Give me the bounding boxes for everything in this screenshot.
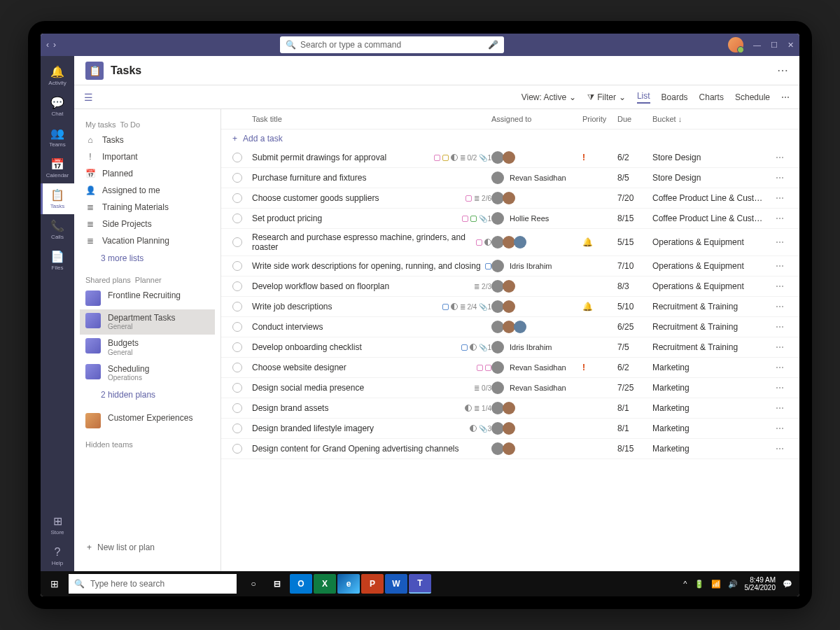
plan-item[interactable]: BudgetsGeneral [80,335,215,360]
complete-checkbox[interactable] [232,214,242,223]
complete-checkbox[interactable] [232,261,242,271]
complete-checkbox[interactable] [232,424,242,433]
sidebar-item[interactable]: ≣Vacation Planning [80,232,215,249]
complete-checkbox[interactable] [232,281,242,291]
row-more-icon[interactable]: ⋯ [771,444,788,454]
customer-experiences[interactable]: Customer Experiences [80,410,215,432]
col-title[interactable]: Task title [249,115,491,123]
row-more-icon[interactable]: ⋯ [771,173,788,183]
mic-icon[interactable]: 🎤 [488,40,498,50]
col-priority[interactable]: Priority [582,115,617,123]
row-more-icon[interactable]: ⋯ [771,153,788,162]
task-row[interactable]: Submit permit drawings for approval≣ 0/2… [221,148,799,168]
plan-item[interactable]: Department TasksGeneral [80,309,215,335]
battery-icon[interactable]: 🔋 [694,580,704,589]
complete-checkbox[interactable] [232,403,242,413]
task-row[interactable]: Research and purchase espresso machine, … [221,229,799,256]
add-task-row[interactable]: + Add a task [221,130,799,148]
more-lists-link[interactable]: 3 more lists [80,249,215,267]
rail-tasks[interactable]: 📋Tasks [41,183,74,214]
start-button[interactable]: ⊞ [41,578,69,589]
new-list-button[interactable]: +New list or plan [80,536,215,559]
toolbar-more-icon[interactable]: ⋯ [781,92,790,102]
row-more-icon[interactable]: ⋯ [771,261,788,271]
row-more-icon[interactable]: ⋯ [771,214,788,223]
hamburger-icon[interactable]: ☰ [84,92,93,103]
row-more-icon[interactable]: ⋯ [771,281,788,291]
task-row[interactable]: Choose customer goods suppliers≣ 2/6 7/2… [221,188,799,209]
rail-store[interactable]: ⊞Store [41,510,74,540]
edge-app[interactable]: e [337,574,360,594]
task-row[interactable]: Design brand assets≣ 1/4 8/1 Marketing ⋯ [221,398,799,419]
teams-app[interactable]: T [409,574,431,594]
tab-schedule[interactable]: Schedule [735,92,770,102]
row-more-icon[interactable]: ⋯ [771,383,788,393]
nav-back-icon[interactable]: ‹ [46,40,49,50]
complete-checkbox[interactable] [232,383,242,393]
col-due[interactable]: Due [617,115,652,123]
row-more-icon[interactable]: ⋯ [771,302,788,312]
user-avatar[interactable] [728,37,743,52]
task-row[interactable]: Write job descriptions≣ 2/4📎1 🔔 5/10 Rec… [221,297,799,317]
rail-help[interactable]: ?Help [41,540,74,571]
tab-list[interactable]: List [637,91,650,104]
maximize-button[interactable]: ☐ [771,41,778,50]
task-row[interactable]: Conduct interviews 6/25 Recruitment & Tr… [221,317,799,337]
wifi-icon[interactable]: 📶 [711,580,721,589]
complete-checkbox[interactable] [232,444,242,454]
hidden-plans-link[interactable]: 2 hidden plans [80,386,215,404]
complete-checkbox[interactable] [232,322,242,332]
task-row[interactable]: Choose website designer Revan Sasidhan !… [221,358,799,378]
complete-checkbox[interactable] [232,302,242,312]
task-row[interactable]: Design social media presence≣ 0/3 Revan … [221,378,799,398]
rail-calls[interactable]: 📞Calls [41,214,74,245]
row-more-icon[interactable]: ⋯ [771,342,788,352]
sidebar-item[interactable]: ⌂Tasks [80,132,215,148]
notifications-icon[interactable]: 💬 [783,580,792,589]
task-row[interactable]: Design branded lifestyle imagery📎3 8/1 M… [221,419,799,439]
tray-chevron-icon[interactable]: ^ [683,580,687,588]
plan-item[interactable]: Frontline Recruiting [80,287,215,309]
row-more-icon[interactable]: ⋯ [771,193,788,203]
task-row[interactable]: Develop onboarding checklist📎1 Idris Ibr… [221,337,799,358]
sidebar-item[interactable]: !Important [80,148,215,165]
col-assigned[interactable]: Assigned to [491,115,582,123]
taskview-icon[interactable]: ⊟ [266,574,288,594]
task-row[interactable]: Design content for Grand Opening adverti… [221,439,799,459]
sidebar-item[interactable]: 📅Planned [80,165,215,182]
complete-checkbox[interactable] [232,193,242,203]
volume-icon[interactable]: 🔊 [728,580,738,589]
rail-files[interactable]: 📄Files [41,245,74,276]
row-more-icon[interactable]: ⋯ [771,322,788,332]
header-more-icon[interactable]: ⋯ [777,64,788,77]
rail-chat[interactable]: 💬Chat [41,91,74,122]
row-more-icon[interactable]: ⋯ [771,403,788,413]
outlook-app[interactable]: O [290,574,312,594]
nav-forward-icon[interactable]: › [53,40,56,50]
row-more-icon[interactable]: ⋯ [771,237,788,247]
view-dropdown[interactable]: View: Active ⌄ [522,92,576,102]
sidebar-item[interactable]: ≣Side Projects [80,216,215,232]
excel-app[interactable]: X [314,574,336,594]
plan-item[interactable]: SchedulingOperations [80,360,215,386]
rail-calendar[interactable]: 📅Calendar [41,153,74,183]
task-row[interactable]: Develop workflow based on floorplan≣ 2/3… [221,276,799,297]
powerpoint-app[interactable]: P [361,574,384,594]
task-row[interactable]: Write side work descriptions for opening… [221,256,799,276]
complete-checkbox[interactable] [232,153,242,162]
complete-checkbox[interactable] [232,173,242,183]
rail-activity[interactable]: 🔔Activity [41,60,74,91]
clock[interactable]: 8:49 AM5/24/2020 [745,576,776,592]
tab-charts[interactable]: Charts [699,92,724,102]
complete-checkbox[interactable] [232,342,242,352]
search-input[interactable]: 🔍 Search or type a command 🎤 [280,36,504,53]
task-row[interactable]: Purchase furniture and fixtures Revan Sa… [221,168,799,188]
sidebar-item[interactable]: 👤Assigned to me [80,182,215,199]
filter-dropdown[interactable]: ⧩ Filter ⌄ [587,92,626,102]
col-bucket[interactable]: Bucket ↓ [652,115,771,123]
tab-boards[interactable]: Boards [662,92,688,102]
sidebar-item[interactable]: ≣Training Materials [80,199,215,216]
cortana-icon[interactable]: ○ [242,574,265,594]
complete-checkbox[interactable] [232,237,242,247]
word-app[interactable]: W [385,574,407,594]
